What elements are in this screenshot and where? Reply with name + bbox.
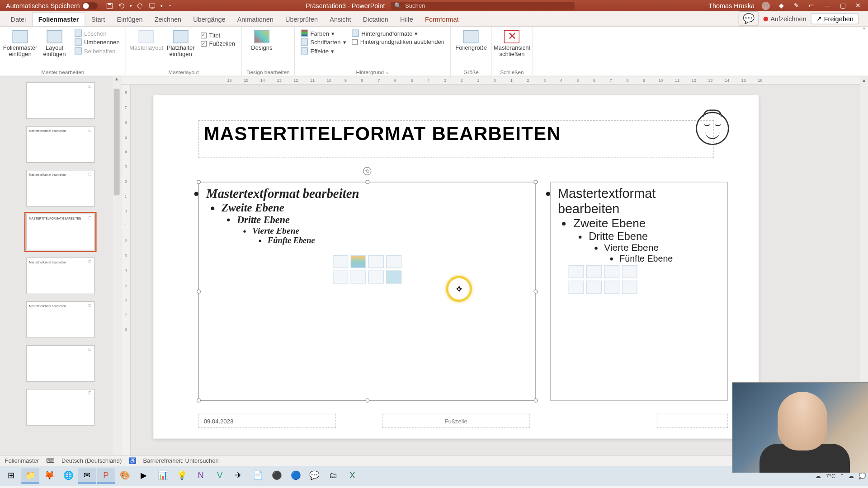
layout-thumbnail[interactable]: ⊡	[26, 345, 95, 382]
scroll-handle[interactable]	[114, 89, 120, 195]
tab-dictation[interactable]: Dictation	[357, 13, 394, 26]
app-icon[interactable]: V	[211, 468, 228, 483]
layout-thumbnail[interactable]: ⊡Mastertitelformat bearbeiten	[26, 170, 95, 206]
rename-button[interactable]: Umbenennen	[73, 38, 121, 46]
accessibility-icon[interactable]: ♿	[129, 458, 136, 464]
insert-icon-icon[interactable]	[386, 271, 401, 284]
weather-icon[interactable]: ☁	[815, 473, 821, 479]
avatar[interactable]: TH	[762, 1, 770, 9]
telegram-icon[interactable]: ✈	[230, 468, 247, 483]
tab-ueberpruefen[interactable]: Überprüfen	[279, 13, 324, 26]
smiley-icon[interactable]	[696, 112, 729, 145]
close-button[interactable]: ✕	[854, 1, 862, 9]
record-button[interactable]: Aufzeichnen	[763, 15, 806, 22]
firefox-icon[interactable]: 🦊	[40, 468, 58, 483]
effects-dropdown[interactable]: Effekte ▾	[300, 47, 347, 55]
obs-icon[interactable]: ⚫	[268, 468, 285, 483]
app-icon[interactable]: 💬	[306, 468, 323, 483]
excel-icon[interactable]: X	[344, 468, 361, 483]
hide-bg-checkbox[interactable]: Hintergrundgrafiken ausblenden	[351, 38, 446, 46]
layout-thumbnail[interactable]: ⊡Mastertitelformat bearbeiten	[26, 258, 95, 294]
themes-button[interactable]: Designs	[246, 29, 277, 51]
layout-thumbnail[interactable]: ⊡	[26, 82, 95, 119]
start-button[interactable]: ⊞	[2, 468, 20, 483]
resize-handle[interactable]	[197, 399, 201, 403]
tab-formformat[interactable]: Formformat	[419, 13, 465, 26]
insert-slide-master-button[interactable]: Folienmaster einfügen	[5, 29, 35, 57]
tray-chevron-icon[interactable]: ˄	[840, 473, 844, 479]
title-placeholder[interactable]: MASTERTITELFORMAT BEARBEITEN	[198, 120, 714, 158]
tab-zeichnen[interactable]: Zeichnen	[149, 13, 187, 26]
scroll-up-icon[interactable]: ▲	[860, 76, 868, 84]
insert-table-icon[interactable]	[333, 255, 348, 268]
status-language[interactable]: Deutsch (Deutschland)	[61, 458, 122, 464]
tray-icon[interactable]: ☁	[848, 473, 854, 479]
layout-thumbnail[interactable]: ⊡	[26, 389, 95, 426]
colors-dropdown[interactable]: Farben ▾	[300, 29, 347, 37]
tab-hilfe[interactable]: Hilfe	[394, 13, 419, 26]
tab-ansicht[interactable]: Ansicht	[324, 13, 357, 26]
tab-uebergaenge[interactable]: Übergänge	[187, 13, 231, 26]
window-icon[interactable]: ▭	[808, 1, 816, 9]
insert-layout-button[interactable]: Layout einfügen	[39, 29, 70, 57]
chevron-down-icon[interactable]: ▾	[130, 3, 132, 8]
insert-3d-icon[interactable]	[622, 265, 637, 278]
insert-picture-icon[interactable]	[569, 281, 584, 294]
insert-online-picture-icon[interactable]	[351, 271, 366, 284]
search-input[interactable]: 🔍 Suchen	[391, 1, 575, 9]
thumb-menu-icon[interactable]: ⊡	[88, 128, 92, 132]
status-accessibility[interactable]: Barrierefreiheit: Untersuchen	[143, 458, 218, 464]
fonts-dropdown[interactable]: Schriftarten ▾	[300, 38, 347, 46]
resize-handle[interactable]	[365, 180, 369, 184]
insert-chart-icon[interactable]	[351, 255, 366, 268]
close-master-view-button[interactable]: ✕Masteransicht schließen	[496, 29, 527, 57]
weather-temp[interactable]: 7°C	[826, 473, 835, 479]
resize-handle[interactable]	[533, 290, 538, 294]
resize-handle[interactable]	[533, 180, 538, 184]
powerpoint-icon[interactable]: P	[97, 468, 115, 483]
thumb-menu-icon[interactable]: ⊡	[88, 84, 92, 89]
resize-handle[interactable]	[365, 399, 369, 403]
tab-folienmaster[interactable]: Folienmaster	[32, 13, 85, 26]
comments-button[interactable]: 💬	[738, 11, 759, 26]
app-icon[interactable]: 🗂	[325, 468, 342, 483]
thumb-menu-icon[interactable]: ⊡	[88, 303, 92, 308]
app-icon[interactable]: 📄	[249, 468, 266, 483]
present-icon[interactable]	[148, 2, 156, 9]
diamond-icon[interactable]: ◆	[777, 1, 785, 9]
overflow-icon[interactable]: ⋯	[167, 3, 171, 8]
footer-placeholder[interactable]: Fußzeile	[382, 414, 530, 428]
collapse-ribbon-button[interactable]: ^	[860, 27, 868, 76]
chevron-down-icon[interactable]: ▾	[160, 3, 163, 8]
redo-icon[interactable]	[137, 2, 144, 9]
insert-picture-icon[interactable]	[333, 271, 348, 284]
app-icon[interactable]: 🎨	[116, 468, 134, 483]
thumb-menu-icon[interactable]: ⊡	[88, 259, 92, 264]
keyboard-icon[interactable]: ⌨	[46, 458, 54, 464]
onenote-icon[interactable]: N	[192, 468, 209, 483]
undo-icon[interactable]	[118, 2, 125, 9]
outlook-icon[interactable]: ✉	[78, 468, 96, 483]
tab-animationen[interactable]: Animationen	[231, 13, 279, 26]
insert-placeholder-button[interactable]: Platzhalter einfügen	[165, 29, 196, 57]
resize-handle[interactable]	[197, 180, 201, 184]
maximize-button[interactable]: ▢	[839, 1, 847, 9]
date-placeholder[interactable]: 09.04.2023	[198, 414, 336, 428]
insert-video-icon[interactable]	[604, 281, 619, 294]
insert-smartart-icon[interactable]	[604, 265, 619, 278]
insert-video-icon[interactable]	[368, 271, 384, 284]
layout-thumbnail[interactable]: ⊡Mastertitelformat bearbeiten	[26, 126, 95, 163]
tab-datei[interactable]: Datei	[5, 13, 32, 26]
save-icon[interactable]	[106, 2, 113, 9]
minimize-button[interactable]: ─	[823, 1, 831, 9]
slide-canvas[interactable]: MASTERTITELFORMAT BEARBEITEN ⟲ Mastertex…	[153, 95, 759, 439]
thumb-menu-icon[interactable]: ⊡	[88, 216, 92, 220]
thumb-menu-icon[interactable]: ⊡	[88, 347, 92, 352]
content-placeholder-right[interactable]: Mastertextformat bearbeiten Zweite Ebene…	[550, 182, 728, 401]
autosave-toggle[interactable]: Automatisches Speichern	[6, 2, 98, 9]
slide-number-placeholder[interactable]	[657, 414, 728, 428]
app-icon[interactable]: 🔵	[287, 468, 304, 483]
app-icon[interactable]: 📊	[154, 468, 172, 483]
pen-icon[interactable]: ✎	[793, 1, 801, 9]
insert-table-icon[interactable]	[569, 265, 584, 278]
